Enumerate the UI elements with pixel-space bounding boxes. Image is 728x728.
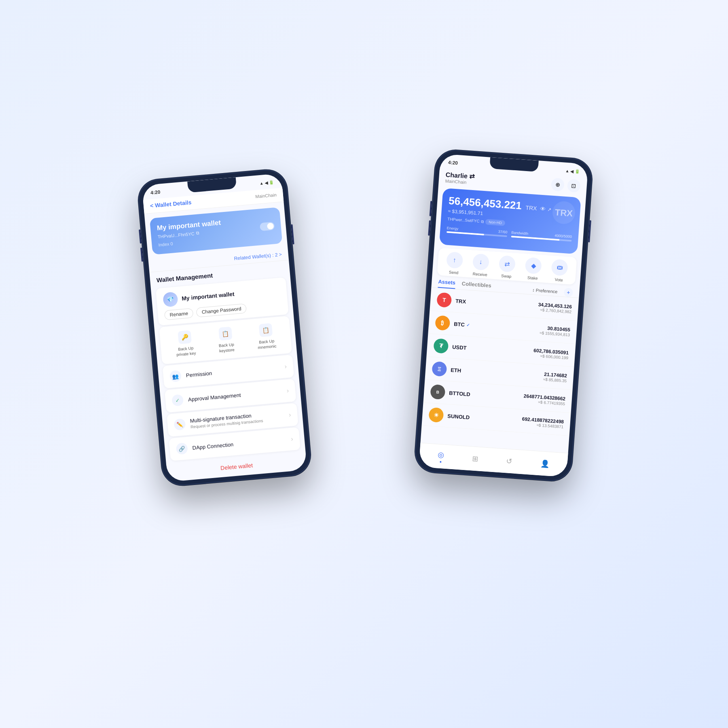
balance-card: 56,456,453.221 TRX 👁 ↗ ≈ $3,951,951.71 T… [439,188,581,254]
sunold-amounts: 692.418878222498 ≈$ 13.5483871 [522,416,564,429]
phone-right: 4:20 ▲ ◀ 🔋 Charlie ⇄ MainChain ⊕ ⊡ 56,45… [414,148,594,482]
btc-symbol: BTC ✓ [454,321,470,328]
swap-button[interactable]: ⇄ Swap [498,255,516,279]
chevron-right-icon4: › [291,435,294,442]
nav-market[interactable]: ⊞ [472,454,478,463]
multisig-icon: ✏️ [174,418,186,430]
trx-symbol: TRX [455,298,466,305]
trx-logo: T [436,292,452,307]
approval-label: Approval Management [188,392,241,402]
change-password-button[interactable]: Change Password [196,303,247,317]
backup-keystore[interactable]: 📋 Back Upkeystore [217,326,235,353]
bttold-amounts: 2648771.04328662 ≈$ 6.77419355 [523,393,566,406]
permission-icon: 👥 [169,370,182,382]
tab-assets[interactable]: Assets [438,279,455,289]
back-button[interactable]: < Wallet Details [150,199,192,209]
backup-mnemonic-label: Back Upmnemonic [257,338,277,350]
right-content-area: ↑ Send ↓ Receive ⇄ Swap ◆ Stake [419,248,582,477]
dapp-icon: 🔗 [176,442,188,455]
dapp-label: DApp Connection [192,441,234,451]
nav-profile[interactable]: 👤 [540,459,549,468]
backup-key-icon: 🔑 [178,330,192,344]
asset-list: T TRX 34,234,453.126 ≈$ 2,760,842,982 ₿ … [421,288,579,436]
stake-button[interactable]: ◆ Stake [524,257,542,281]
wallet-avatar: 💎 [163,292,178,307]
permission-label: Permission [186,370,212,379]
eth-amounts: 21.174682 ≈$ 85,885.35 [543,371,567,383]
send-label: Send [449,270,459,275]
non-hd-badge: Non-HD [485,219,505,226]
status-icons-left: ▲ ◀ 🔋 [259,180,274,186]
left-content-scroll: My important wallet THPvaU...Fhn5YC ⧉ In… [144,202,307,476]
nav-market-icon: ⊞ [472,454,478,463]
usdt-logo: ₮ [433,338,449,353]
chain-label-left: MainChain [255,193,277,199]
btc-verified-icon: ✓ [466,322,470,327]
energy-item: Energy 37/60 [447,226,508,237]
btc-amounts: 30.810455 ≈$ 1555,934,813 [540,325,571,337]
usdt-symbol: USDT [452,344,467,351]
stake-label: Stake [527,275,538,281]
phone-left: 4:20 ▲ ◀ 🔋 < Wallet Details MainChain My… [137,168,313,487]
svg-text:TRX: TRX [554,207,573,218]
trx-amounts: 34,234,453.126 ≈$ 2,760,842,982 [538,301,572,314]
wallet-toggle[interactable] [260,222,275,231]
receive-label: Receive [472,271,487,277]
nav-history-icon: ↺ [506,457,512,466]
expand-icon[interactable]: ↗ [547,207,552,213]
usdt-amounts: 602,786.035091 ≈$ 606,000.199 [533,347,569,360]
rename-button[interactable]: Rename [164,308,194,320]
receive-qr-button[interactable]: ⊕ [551,178,565,191]
preference-button[interactable]: ↕ Preference [532,287,558,294]
tron-decoration: TRX [551,200,577,226]
tab-collectibles[interactable]: Collectibles [461,281,491,291]
time-left: 4:20 [150,189,161,196]
copy-icon[interactable]: ⧉ [196,231,199,236]
add-asset-button[interactable]: + [564,288,573,297]
backup-mnemonic[interactable]: 📋 Back Upmnemonic [256,323,277,350]
send-icon: ↑ [446,252,463,269]
vol-down-button-right[interactable] [428,220,431,236]
approval-icon: ✓ [171,394,184,406]
nav-assets[interactable]: ◎ [437,450,444,463]
right-screen: 4:20 ▲ ◀ 🔋 Charlie ⇄ MainChain ⊕ ⊡ 56,45… [419,154,588,477]
backup-mnemonic-icon: 📋 [259,323,273,337]
time-right: 4:20 [448,160,458,166]
stake-icon: ◆ [525,257,542,275]
vol-up-button-left[interactable] [139,229,142,243]
btc-logo: ₿ [435,315,450,330]
balance-copy-icon[interactable]: ⧉ [481,219,484,224]
backup-key-label: Back Upprivate key [176,345,196,357]
backup-private-key[interactable]: 🔑 Back Upprivate key [174,330,196,358]
scene: 4:20 ▲ ◀ 🔋 < Wallet Details MainChain My… [142,142,586,586]
receive-button[interactable]: ↓ Receive [472,253,489,277]
receive-icon: ↓ [472,253,490,271]
scan-button[interactable]: ⊡ [567,179,581,193]
power-button-left[interactable] [291,224,294,244]
swap-icon: ⇄ [499,255,516,273]
preference-label: Preference [535,288,558,294]
eth-symbol: ETH [451,367,461,374]
balance-currency: TRX [525,204,537,212]
send-button[interactable]: ↑ Send [445,252,463,275]
nav-assets-icon: ◎ [438,450,444,459]
vol-up-button-right[interactable] [430,201,432,216]
chevron-right-icon3: › [288,411,291,419]
vol-down-button-left[interactable] [140,248,143,262]
nav-history[interactable]: ↺ [506,457,512,466]
power-button-right[interactable] [588,220,591,242]
chevron-right-icon: › [284,363,287,370]
vote-button[interactable]: 🎟 Vote [550,259,568,283]
sunold-logo: ☀ [428,407,444,423]
swap-label: Swap [501,273,512,279]
vote-label: Vote [554,277,563,282]
bandwidth-item: Bandwidth 4000/5000 [511,230,572,241]
status-icons-right: ▲ ◀ 🔋 [565,168,580,174]
left-screen: 4:20 ▲ ◀ 🔋 < Wallet Details MainChain My… [142,173,307,482]
nav-assets-dot [440,461,441,462]
vote-icon: 🎟 [551,259,569,276]
eye-icon[interactable]: 👁 [540,205,546,212]
nav-profile-icon: 👤 [540,459,549,468]
management-wallet-name: My important wallet [182,291,235,302]
backup-keystore-label: Back Upkeystore [218,342,235,353]
